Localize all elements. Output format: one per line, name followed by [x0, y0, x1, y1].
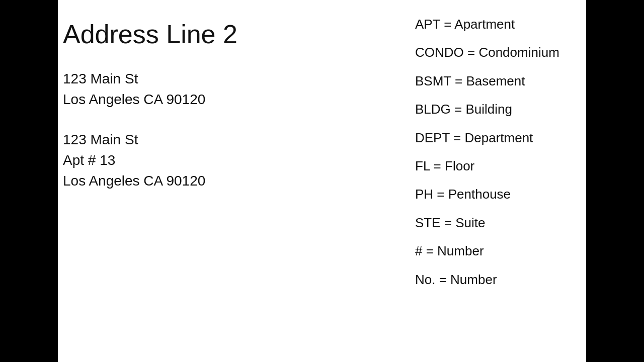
address-block-1: 123 Main St Los Angeles CA 90120	[63, 69, 385, 110]
right-black-bar	[586, 0, 644, 362]
address-line: 123 Main St	[63, 69, 385, 89]
left-black-bar	[0, 0, 58, 362]
abbreviation-item: FL = Floor	[415, 157, 576, 175]
address-line: Apt # 13	[63, 150, 385, 171]
abbreviation-item: DEPT = Department	[415, 129, 576, 147]
abbreviation-item: PH = Penthouse	[415, 185, 576, 203]
abbreviation-item: CONDO = Condominium	[415, 43, 576, 61]
left-panel: Address Line 2 123 Main St Los Angeles C…	[58, 0, 405, 362]
address-line: Los Angeles CA 90120	[63, 171, 385, 192]
right-panel: APT = ApartmentCONDO = CondominiumBSMT =…	[405, 0, 586, 362]
abbreviation-item: BSMT = Basement	[415, 72, 576, 90]
address-block-2: 123 Main St Apt # 13 Los Angeles CA 9012…	[63, 130, 385, 191]
page-title: Address Line 2	[63, 20, 385, 49]
abbreviation-item: BLDG = Building	[415, 100, 576, 118]
address-line: 123 Main St	[63, 130, 385, 150]
main-content: Address Line 2 123 Main St Los Angeles C…	[58, 0, 586, 362]
abbreviation-item: # = Number	[415, 242, 576, 260]
address-line: Los Angeles CA 90120	[63, 89, 385, 110]
abbreviation-item: No. = Number	[415, 270, 576, 289]
abbreviation-item: STE = Suite	[415, 214, 576, 232]
abbreviation-item: APT = Apartment	[415, 15, 576, 33]
